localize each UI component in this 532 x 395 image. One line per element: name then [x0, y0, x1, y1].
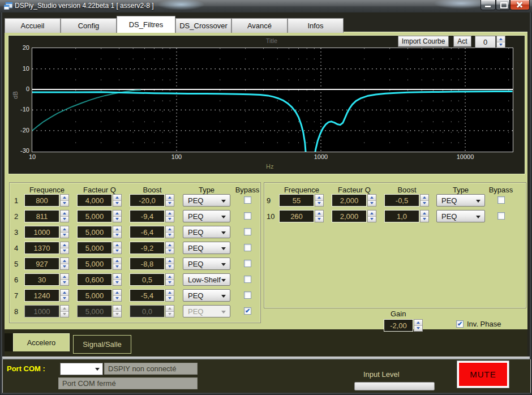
act-button[interactable]: Act [453, 36, 471, 47]
act-spinner[interactable]: 0 [475, 36, 505, 48]
spin-down-icon[interactable] [61, 217, 68, 222]
spin-down-icon[interactable] [166, 264, 174, 270]
facteur-q-spinner[interactable]: 5,000 [77, 257, 122, 270]
spin-up-icon[interactable] [315, 195, 323, 201]
spin-down-icon[interactable] [61, 264, 68, 270]
boost-spinner-buttons[interactable] [165, 242, 174, 254]
type-dropdown[interactable]: PEQ [183, 289, 230, 302]
tab-accueil[interactable]: Accueil [5, 18, 61, 33]
spin-up-icon[interactable] [113, 195, 121, 201]
spin-up-icon[interactable] [61, 226, 68, 233]
spin-up-icon[interactable] [166, 274, 174, 280]
spin-up-icon[interactable] [61, 306, 68, 312]
spin-up-icon[interactable] [61, 274, 68, 280]
facteur-q-spinner-buttons[interactable] [113, 257, 122, 270]
boost-spinner-buttons[interactable] [165, 226, 174, 238]
frequence-spinner[interactable]: 1000 [24, 226, 69, 238]
spin-down-icon[interactable] [113, 264, 121, 270]
spin-down-icon[interactable] [166, 248, 174, 254]
spin-up-icon[interactable] [414, 320, 422, 326]
tab-ds-crossover[interactable]: DS_Crossover [175, 18, 231, 33]
boost-spinner-buttons[interactable] [420, 210, 429, 222]
act-spinner-buttons[interactable] [496, 36, 505, 48]
bypass-checkbox[interactable] [244, 228, 251, 235]
mute-button[interactable]: MUTE [457, 360, 509, 388]
type-dropdown[interactable]: PEQ [183, 257, 230, 270]
minimize-button[interactable] [480, 0, 496, 10]
spin-up-icon[interactable] [497, 36, 505, 42]
bypass-checkbox[interactable] [244, 276, 251, 283]
inv-phase-checkbox[interactable]: ✔ [456, 320, 464, 328]
type-dropdown[interactable]: PEQ [436, 194, 485, 207]
spin-down-icon[interactable] [61, 201, 68, 207]
facteur-q-spinner[interactable]: 5,000 [77, 226, 122, 238]
spin-down-icon[interactable] [113, 233, 121, 238]
bypass-checkbox[interactable] [244, 212, 251, 220]
facteur-q-spinner-buttons[interactable] [113, 305, 122, 317]
spin-up-icon[interactable] [166, 242, 174, 248]
boost-spinner[interactable]: 0,0 [130, 305, 174, 317]
facteur-q-spinner-buttons[interactable] [113, 289, 122, 302]
frequence-spinner[interactable]: 30 [24, 273, 69, 286]
spin-up-icon[interactable] [166, 290, 174, 296]
facteur-q-spinner-buttons[interactable] [113, 210, 122, 222]
spin-up-icon[interactable] [368, 195, 376, 201]
facteur-q-spinner[interactable]: 0,600 [77, 273, 122, 286]
spin-down-icon[interactable] [315, 217, 323, 222]
frequence-spinner-buttons[interactable] [60, 242, 69, 254]
frequence-spinner[interactable]: 260 [279, 210, 324, 222]
type-dropdown[interactable]: Low-Shelf [183, 273, 230, 286]
spin-up-icon[interactable] [166, 306, 174, 312]
facteur-q-spinner-buttons[interactable] [113, 226, 122, 238]
spin-down-icon[interactable] [421, 201, 428, 207]
frequence-spinner-buttons[interactable] [60, 194, 69, 207]
facteur-q-spinner-buttons[interactable] [367, 210, 376, 222]
spin-down-icon[interactable] [166, 217, 174, 222]
spin-up-icon[interactable] [315, 211, 323, 217]
type-dropdown[interactable]: PEQ [183, 226, 230, 238]
maximize-button[interactable] [496, 0, 510, 10]
close-button[interactable] [510, 0, 530, 10]
spin-up-icon[interactable] [113, 242, 121, 248]
spin-down-icon[interactable] [368, 201, 376, 207]
boost-spinner[interactable]: -6,4 [130, 226, 174, 238]
type-dropdown[interactable]: PEQ [183, 305, 230, 317]
boost-spinner-buttons[interactable] [165, 210, 174, 222]
tab-avanc[interactable]: Avancé [231, 18, 288, 33]
spin-down-icon[interactable] [113, 201, 121, 207]
spin-up-icon[interactable] [61, 242, 68, 248]
bypass-checkbox[interactable] [244, 260, 251, 267]
frequence-spinner-buttons[interactable] [60, 273, 69, 286]
type-dropdown[interactable]: PEQ [183, 194, 230, 207]
type-dropdown[interactable]: PEQ [183, 242, 230, 254]
port-com-combobox[interactable] [60, 363, 103, 375]
spin-down-icon[interactable] [497, 42, 505, 48]
spin-up-icon[interactable] [113, 274, 121, 280]
spin-up-icon[interactable] [368, 211, 376, 217]
spin-up-icon[interactable] [166, 258, 174, 264]
tab-ds-filtres[interactable]: DS_Filtres [117, 16, 175, 33]
boost-spinner[interactable]: 1,0 [384, 210, 429, 222]
spin-down-icon[interactable] [61, 312, 68, 317]
spin-up-icon[interactable] [113, 306, 121, 312]
bypass-checkbox[interactable]: ✔ [244, 307, 251, 315]
spin-down-icon[interactable] [113, 296, 121, 302]
spin-down-icon[interactable] [61, 280, 68, 286]
facteur-q-spinner[interactable]: 2,000 [332, 210, 376, 222]
bypass-checkbox[interactable] [244, 244, 251, 251]
spin-down-icon[interactable] [368, 217, 376, 222]
boost-spinner[interactable]: -9,2 [130, 242, 174, 254]
bypass-checkbox[interactable] [244, 196, 251, 204]
boost-spinner-buttons[interactable] [165, 289, 174, 302]
frequence-spinner-buttons[interactable] [315, 194, 324, 207]
facteur-q-spinner[interactable]: 2,000 [332, 194, 376, 207]
facteur-q-spinner[interactable]: 5,000 [77, 242, 122, 254]
frequence-spinner[interactable]: 1240 [24, 289, 69, 302]
type-dropdown[interactable]: PEQ [183, 210, 230, 222]
tab-config[interactable]: Config [61, 18, 117, 33]
spin-up-icon[interactable] [61, 258, 68, 264]
frequence-spinner-buttons[interactable] [60, 210, 69, 222]
spin-down-icon[interactable] [166, 280, 174, 286]
boost-spinner[interactable]: -9,4 [130, 210, 174, 222]
spin-down-icon[interactable] [315, 201, 323, 207]
